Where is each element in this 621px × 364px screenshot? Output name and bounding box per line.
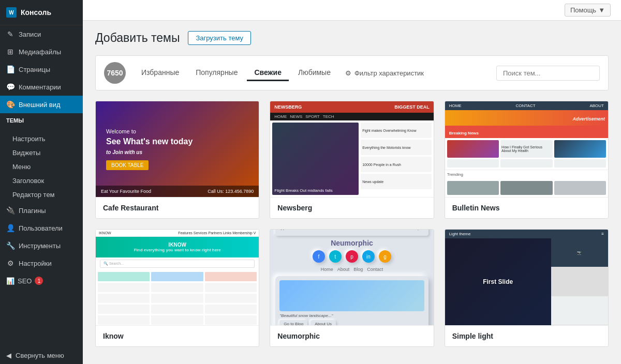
theme-preview-cafe-restaurant: Welcome to See What's new todayto Join w… [96, 101, 259, 197]
sidebar-sub-menus[interactable]: Меню [0, 160, 83, 174]
iknow-row-2 [98, 294, 257, 303]
cafe-headline: See What's new todayto Join with us [106, 136, 193, 156]
sidebar-item-label-comments: Комментарии [19, 83, 61, 91]
help-button[interactable]: Помощь ▼ [565, 4, 611, 17]
theme-card-bulletin-news[interactable]: HOME CONTACT ABOUT Advertisement Breakin… [445, 101, 609, 219]
sidebar: W Консоль ✎ Записи ⊞ Медиафайлы 📄 Страни… [0, 0, 83, 364]
bulletin-cell-3 [554, 140, 606, 158]
sidebar-item-label-media: Медиафайлы [19, 48, 61, 56]
bulletin-cell-6 [554, 159, 606, 168]
bulletin-cell-4 [447, 159, 499, 168]
neumorphic-quote-text: "Beautiful snow landscape..." [279, 313, 424, 318]
users-icon: 👤 [6, 224, 14, 232]
theme-preview-bulletin: HOME CONTACT ABOUT Advertisement Breakin… [445, 101, 608, 197]
topbar: Помощь ▼ [83, 0, 621, 21]
sidebar-item-appearance[interactable]: 🎨 Внешний вид [0, 96, 83, 113]
neumorph-icon-4: in [362, 250, 375, 263]
sidebar-item-comments[interactable]: 💬 Комментарии [0, 78, 83, 96]
sidebar-item-tools[interactable]: 🔧 Инструменты [0, 237, 83, 254]
neumorph-icon-5: g [379, 250, 391, 263]
tab-liked[interactable]: Любимые [291, 65, 338, 81]
theme-card-cafe-restaurant[interactable]: Welcome to See What's new todayto Join w… [95, 101, 259, 219]
theme-name-cafe: Cafe Restaurant [96, 197, 259, 218]
tab-popular[interactable]: Популярные [188, 65, 245, 81]
sidebar-sub-widgets[interactable]: Виджеты [0, 146, 83, 160]
sl-main: First Slide 📷 [445, 238, 608, 325]
sidebar-item-media[interactable]: ⊞ Медиафайлы [0, 43, 83, 60]
iknow-search-bar: 🔍 Search... [100, 260, 255, 268]
newsberg-header: NEWSBERG BIGGEST DEAL [270, 101, 433, 113]
theme-card-simple-light[interactable]: Light theme ≡ First Slide 📷 [445, 229, 609, 347]
iknow-topbar: IKNOW Features Services Partners Links M… [96, 230, 259, 237]
settings-icon: ⚙ [6, 259, 14, 267]
sl-hero-image: First Slide [445, 238, 551, 325]
neumorph-icon-1: f [313, 250, 325, 263]
cafe-footer-right: Call Us: 123.456.7890 [208, 189, 254, 194]
neumorph-icon-2: t [329, 250, 342, 263]
newsberg-side-item-1: Fight makes Overwhelming Know [361, 123, 431, 138]
newsberg-main-image: Flight Breaks Out midlands falls [272, 123, 359, 195]
sidebar-item-label-plugins: Плагины [19, 207, 46, 215]
themes-grid: Welcome to See What's new todayto Join w… [95, 101, 609, 347]
iknow-row-4 [98, 315, 257, 325]
iknow-hero-title: IKNOW [100, 242, 255, 248]
neumorph-about-btn: About Us [310, 320, 336, 325]
sidebar-item-pages[interactable]: 📄 Страницы [0, 60, 83, 78]
filter-characteristics-btn[interactable]: ⚙ Фильтр характеристик [340, 65, 429, 81]
collapse-label: Свернуть меню [16, 352, 64, 359]
neumorphic-snow-image [279, 280, 424, 311]
sidebar-logo[interactable]: W Консоль [0, 0, 83, 25]
theme-preview-simple-light: Light theme ≡ First Slide 📷 [445, 230, 608, 325]
theme-card-neumorphic[interactable]: ◀ ▶ ✕ neumorphic Neumorphic f t p in g [270, 229, 434, 347]
sl-side-item-3 [551, 296, 608, 325]
newsberg-deal: BIGGEST DEAL [394, 104, 430, 110]
neumorphic-title: Neumorphic [331, 239, 373, 247]
sidebar-sub-customize[interactable]: Настроить [0, 132, 83, 146]
upload-theme-button[interactable]: Загрузить тему [188, 31, 251, 45]
theme-card-newsberg[interactable]: NEWSBERG BIGGEST DEAL HOME NEWS SPORT TE… [270, 101, 434, 219]
sidebar-item-label-posts: Записи [19, 31, 41, 38]
page-title: Добавить темы [95, 31, 180, 45]
sidebar-sub-header[interactable]: Заголовок [0, 174, 83, 188]
help-chevron-icon: ▼ [598, 6, 605, 14]
sidebar-item-posts[interactable]: ✎ Записи [0, 25, 83, 43]
theme-preview-iknow: IKNOW Features Services Partners Links M… [96, 230, 259, 325]
sidebar-sub-themes[interactable] [0, 126, 83, 132]
neumorphic-social-icons: f t p in g [313, 250, 391, 263]
page-header: Добавить темы Загрузить тему [95, 31, 609, 45]
search-themes-input[interactable] [496, 66, 600, 81]
newsberg-preview-bg: NEWSBERG BIGGEST DEAL HOME NEWS SPORT TE… [270, 101, 433, 197]
tab-fresh[interactable]: Свежие [247, 65, 288, 81]
seo-label: SEO [18, 277, 32, 285]
theme-name-newsberg: Newsberg [270, 197, 433, 218]
sidebar-sub-theme-editor[interactable]: Редактор тем [0, 188, 83, 202]
bulletin-cell-2: How I Finally Got Serious About My Healt… [500, 140, 552, 158]
comments-icon: 💬 [6, 83, 14, 91]
gear-icon: ⚙ [345, 69, 351, 77]
sidebar-item-settings[interactable]: ⚙ Настройки [0, 254, 83, 272]
bulletin-cell-1 [447, 140, 499, 158]
sidebar-item-label-appearance: Внешний вид [19, 101, 61, 109]
theme-name-iknow: Iknow [96, 325, 259, 346]
theme-card-iknow[interactable]: IKNOW Features Services Partners Links M… [95, 229, 259, 347]
sidebar-item-plugins[interactable]: 🔌 Плагины [0, 202, 83, 219]
bulletin-grid: How I Finally Got Serious About My Healt… [445, 138, 608, 170]
newsberg-nav: HOME NEWS SPORT TECH [270, 113, 433, 120]
collapse-icon: ◀ [6, 352, 11, 359]
iknow-row-3 [98, 305, 257, 314]
sidebar-item-label-users: Пользователи [19, 224, 63, 232]
cafe-footer: Eat Your Favourite Food Call Us: 123.456… [96, 186, 259, 197]
sidebar-item-seo[interactable]: 📊 SEO 1 [0, 272, 83, 290]
cafe-footer-left: Eat Your Favourite Food [101, 189, 151, 194]
posts-icon: ✎ [6, 30, 14, 38]
seo-icon: 📊 [6, 277, 14, 285]
sidebar-collapse-btn[interactable]: ◀ Свернуть меню [0, 347, 83, 364]
sl-header: Light theme ≡ [445, 230, 608, 238]
plugins-icon: 🔌 [6, 206, 14, 215]
pages-icon: 📄 [6, 65, 14, 73]
bulletin-cell-5 [500, 159, 552, 168]
bulletin-preview-bg: HOME CONTACT ABOUT Advertisement Breakin… [445, 101, 608, 197]
sidebar-item-users[interactable]: 👤 Пользователи [0, 219, 83, 237]
bulletin-trending-items [445, 179, 608, 197]
tab-favorites[interactable]: Избранные [134, 65, 186, 81]
